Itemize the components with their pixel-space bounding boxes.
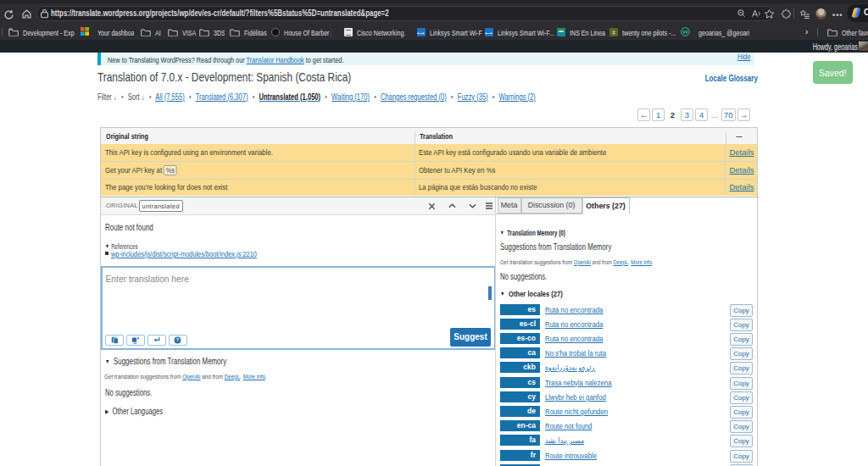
svg-text:?: ? <box>176 337 180 342</box>
